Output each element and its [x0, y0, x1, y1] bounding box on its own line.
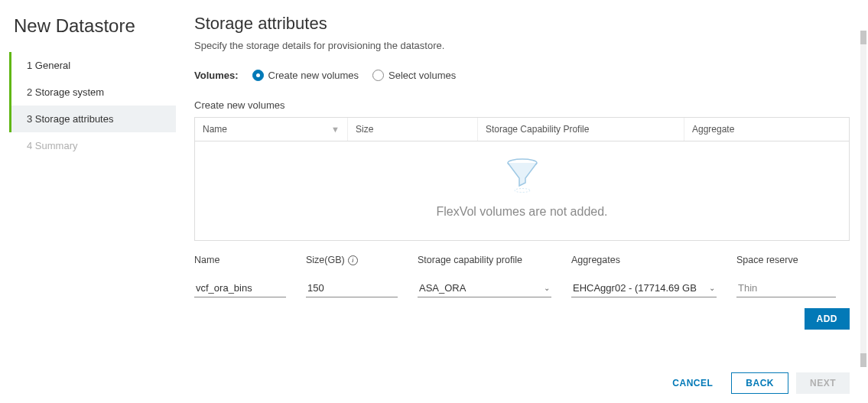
- field-aggregates: Aggregates EHCAggr02 - (17714.69 GB ⌄: [571, 255, 717, 297]
- next-button: NEXT: [796, 372, 850, 394]
- page-title: Storage attributes: [194, 14, 850, 34]
- back-button[interactable]: BACK: [731, 372, 788, 394]
- volumes-mode-row: Volumes: Create new volumes Select volum…: [194, 70, 850, 81]
- create-volumes-section-label: Create new volumes: [194, 99, 850, 111]
- scrollbar[interactable]: [860, 31, 866, 367]
- scp-select[interactable]: ASA_ORA ⌄: [418, 279, 551, 297]
- name-label: Name: [194, 255, 286, 265]
- scp-label: Storage capability profile: [418, 255, 551, 265]
- empty-text: FlexVol volumes are not added.: [195, 205, 849, 219]
- step-storage-attributes[interactable]: 3 Storage attributes: [9, 106, 176, 132]
- cancel-button[interactable]: CANCEL: [662, 372, 723, 394]
- field-scp: Storage capability profile ASA_ORA ⌄: [418, 255, 551, 297]
- th-size[interactable]: Size: [348, 118, 478, 141]
- main-panel: Storage attributes Specify the storage d…: [176, 0, 868, 403]
- funnel-icon: [506, 184, 538, 196]
- aggregates-select[interactable]: EHCAggr02 - (17714.69 GB ⌄: [571, 279, 717, 297]
- field-name: Name: [194, 255, 286, 297]
- wizard-footer: CANCEL BACK NEXT: [662, 372, 850, 394]
- th-aggregate[interactable]: Aggregate: [684, 118, 849, 141]
- th-name[interactable]: Name ▼: [195, 118, 348, 141]
- res-label: Space reserve: [736, 255, 836, 265]
- chevron-down-icon: ⌄: [544, 284, 550, 292]
- chevron-down-icon: ⌄: [709, 284, 715, 292]
- size-label: Size(GB) i: [306, 255, 398, 265]
- radio-select-label: Select volumes: [388, 70, 456, 81]
- step-storage-system[interactable]: 2 Storage system: [9, 79, 176, 106]
- space-reserve-value: Thin: [736, 279, 836, 297]
- volumes-table: Name ▼ Size Storage Capability Profile A…: [194, 117, 850, 241]
- wizard-title: New Datastore: [0, 15, 176, 52]
- size-input[interactable]: [306, 279, 398, 297]
- radio-icon: [372, 70, 384, 81]
- field-size: Size(GB) i: [306, 255, 398, 297]
- add-row: ADD: [194, 308, 850, 330]
- page-subtitle: Specify the storage details for provisio…: [194, 40, 850, 51]
- radio-select-volumes[interactable]: Select volumes: [372, 70, 456, 81]
- new-volume-form: Name Size(GB) i Storage capability profi…: [194, 255, 850, 297]
- agg-label: Aggregates: [571, 255, 717, 265]
- step-general[interactable]: 1 General: [9, 52, 176, 79]
- radio-icon: [252, 70, 264, 81]
- name-input[interactable]: [194, 279, 286, 297]
- filter-icon[interactable]: ▼: [331, 125, 340, 134]
- add-button[interactable]: ADD: [805, 308, 850, 330]
- th-scp[interactable]: Storage Capability Profile: [478, 118, 684, 141]
- step-summary: 4 Summary: [9, 132, 176, 159]
- volumes-label: Volumes:: [194, 70, 239, 81]
- field-space-reserve: Space reserve Thin: [736, 255, 836, 297]
- radio-create-volumes[interactable]: Create new volumes: [252, 70, 359, 81]
- radio-create-label: Create new volumes: [268, 70, 359, 81]
- svg-point-1: [515, 189, 530, 193]
- table-empty-body: FlexVol volumes are not added.: [195, 141, 849, 240]
- info-icon[interactable]: i: [348, 255, 358, 265]
- wizard-sidebar: New Datastore 1 General 2 Storage system…: [0, 0, 176, 403]
- table-header: Name ▼ Size Storage Capability Profile A…: [195, 118, 849, 141]
